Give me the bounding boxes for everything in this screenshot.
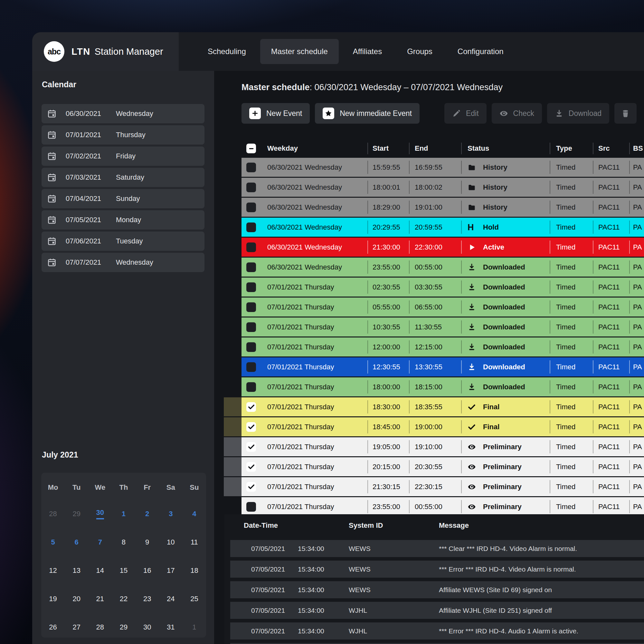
month-day-1-muted[interactable]: 1 — [183, 613, 206, 638]
table-row-history[interactable]: 06/30/2021 Wednesday15:59:5516:59:55Hist… — [224, 158, 644, 177]
table-row-hold[interactable]: 06/30/2021 Wednesday20:29:5520:59:55HHol… — [224, 218, 644, 237]
col-header-type[interactable]: Type — [550, 140, 593, 157]
month-day-9[interactable]: 9 — [136, 528, 159, 556]
row-checkbox[interactable] — [246, 163, 256, 172]
table-row-downloaded[interactable]: 07/01/2021 Thursday02:30:5503:30:55Downl… — [224, 278, 644, 297]
month-day-23[interactable]: 23 — [136, 585, 159, 613]
table-row-preliminary[interactable]: 07/01/2021 Thursday21:30:1522:30:15Preli… — [224, 477, 644, 496]
month-day-21[interactable]: 21 — [88, 585, 112, 613]
table-row-preliminary[interactable]: 07/01/2021 Thursday20:15:0020:30:55Preli… — [224, 457, 644, 476]
row-checkbox[interactable] — [246, 402, 256, 412]
table-row-downloaded[interactable]: 07/01/2021 Thursday05:55:0006:55:00Downl… — [224, 298, 644, 317]
row-checkbox[interactable] — [246, 462, 256, 472]
calendar-date-item[interactable]: 06/30/2021Wednesday — [42, 104, 204, 123]
table-row-downloaded[interactable]: 06/30/2021 Wednesday23:55:0000:55:00Down… — [224, 258, 644, 277]
month-day-18[interactable]: 18 — [183, 556, 206, 585]
calendar-date-item[interactable]: 07/07/2021Wednesday — [42, 253, 204, 272]
nav-tab-master-schedule[interactable]: Master schedule — [260, 39, 339, 64]
table-row-downloaded[interactable]: 07/01/2021 Thursday12:00:0012:15:00Downl… — [224, 337, 644, 356]
download-button[interactable]: Download — [547, 103, 609, 124]
nav-tab-configuration[interactable]: Configuration — [447, 39, 515, 64]
row-checkbox[interactable] — [246, 242, 256, 252]
row-checkbox[interactable] — [246, 322, 256, 332]
month-day-31[interactable]: 31 — [159, 613, 183, 638]
col-header-bs[interactable]: BS — [629, 140, 644, 157]
month-day-1-range[interactable]: 1 — [112, 500, 135, 528]
row-checkbox[interactable] — [246, 482, 256, 492]
table-row-preliminary[interactable]: 07/01/2021 Thursday19:05:0019:10:00Preli… — [224, 437, 644, 456]
row-checkbox[interactable] — [246, 262, 256, 272]
month-day-27[interactable]: 27 — [65, 613, 88, 638]
row-checkbox[interactable] — [246, 422, 256, 432]
month-day-19[interactable]: 19 — [41, 585, 65, 613]
month-day-16[interactable]: 16 — [136, 556, 159, 585]
table-row-preliminary[interactable]: 07/01/2021 Thursday23:55:0000:55:00Preli… — [224, 497, 644, 516]
new-event-button[interactable]: New Event — [241, 103, 310, 124]
month-day-3-range[interactable]: 3 — [159, 500, 183, 528]
month-day-2-range[interactable]: 2 — [136, 500, 159, 528]
row-checkbox[interactable] — [246, 302, 256, 312]
calendar-date-item[interactable]: 07/03/2021Saturday — [42, 168, 204, 187]
nav-tab-affiliates[interactable]: Affiliates — [342, 39, 393, 64]
month-day-30-selected[interactable]: 30 — [88, 500, 112, 528]
month-day-28[interactable]: 28 — [88, 613, 112, 638]
row-checkbox[interactable] — [246, 282, 256, 292]
new-immediate-event-button[interactable]: New immediate Event — [315, 103, 420, 124]
month-day-26[interactable]: 26 — [41, 613, 65, 638]
month-day-11[interactable]: 11 — [183, 528, 206, 556]
month-day-25[interactable]: 25 — [183, 585, 206, 613]
calendar-date-item[interactable]: 07/02/2021Friday — [42, 147, 204, 166]
row-checkbox[interactable] — [246, 183, 256, 192]
row-checkbox[interactable] — [246, 362, 256, 372]
month-day-13[interactable]: 13 — [65, 556, 88, 585]
month-day-29[interactable]: 29 — [112, 613, 135, 638]
month-day-4-range[interactable]: 4 — [183, 500, 206, 528]
row-checkbox[interactable] — [246, 382, 256, 392]
month-day-20[interactable]: 20 — [65, 585, 88, 613]
col-header-start[interactable]: Start — [367, 140, 409, 157]
log-row[interactable]: 07/05/202115:34:00WEWS*** Clear *** IRD … — [230, 540, 644, 557]
row-checkbox[interactable] — [246, 342, 256, 352]
col-header-end[interactable]: End — [409, 140, 461, 157]
edit-button[interactable]: Edit — [444, 103, 487, 124]
calendar-date-item[interactable]: 07/06/2021Tuesday — [42, 232, 204, 251]
month-day-30[interactable]: 30 — [136, 613, 159, 638]
table-row-history[interactable]: 06/30/2021 Wednesday18:29:0019:01:00Hist… — [224, 198, 644, 217]
row-checkbox[interactable] — [246, 502, 256, 512]
month-day-6-range[interactable]: 6 — [65, 528, 88, 556]
log-row[interactable]: 07/05/202115:34:00WJHLAffiliate WJHL (Si… — [230, 602, 644, 619]
col-header-src[interactable]: Src — [593, 140, 629, 157]
log-row[interactable]: 07/05/202115:34:00WJHL*** Error *** IRD … — [230, 622, 644, 639]
table-row-downloaded[interactable]: 07/01/2021 Thursday18:00:0018:15:00Downl… — [224, 377, 644, 396]
table-row-downloaded[interactable]: 07/01/2021 Thursday12:30:5513:30:55Downl… — [224, 357, 644, 376]
calendar-date-item[interactable]: 07/01/2021Thursday — [42, 125, 204, 145]
delete-button[interactable] — [614, 103, 637, 124]
calendar-date-item[interactable]: 07/04/2021Sunday — [42, 189, 204, 208]
row-checkbox[interactable] — [246, 442, 256, 452]
table-row-final[interactable]: 07/01/2021 Thursday18:30:0018:35:55Final… — [224, 397, 644, 416]
nav-tab-scheduling[interactable]: Scheduling — [197, 39, 257, 64]
nav-tab-groups[interactable]: Groups — [396, 39, 443, 64]
table-row-final[interactable]: 07/01/2021 Thursday18:45:0019:00:00Final… — [224, 417, 644, 436]
log-row[interactable]: 07/05/202115:34:00WEWSAffiliate WEWS (Si… — [230, 581, 644, 598]
row-checkbox[interactable] — [246, 203, 256, 212]
month-day-15[interactable]: 15 — [112, 556, 135, 585]
row-checkbox[interactable] — [246, 223, 256, 232]
table-row-downloaded[interactable]: 07/01/2021 Thursday10:30:5511:30:55Downl… — [224, 317, 644, 336]
col-header-weekday[interactable]: Weekday — [261, 140, 367, 157]
month-day-14[interactable]: 14 — [88, 556, 112, 585]
month-day-10[interactable]: 10 — [159, 528, 183, 556]
month-day-24[interactable]: 24 — [159, 585, 183, 613]
table-row-history[interactable]: 06/30/2021 Wednesday18:00:0118:00:02Hist… — [224, 178, 644, 197]
log-row[interactable]: 07/05/202115:34:00WEWS*** Error *** IRD … — [230, 561, 644, 578]
month-day-28-muted[interactable]: 28 — [41, 500, 65, 528]
month-day-5-range[interactable]: 5 — [41, 528, 65, 556]
table-row-active[interactable]: 06/30/2021 Wednesday21:30:0022:30:00Acti… — [224, 238, 644, 257]
select-all-checkbox[interactable] — [246, 144, 256, 153]
month-day-12[interactable]: 12 — [41, 556, 65, 585]
check-button[interactable]: Check — [492, 103, 542, 124]
col-header-status[interactable]: Status — [461, 140, 550, 157]
month-day-17[interactable]: 17 — [159, 556, 183, 585]
month-day-8[interactable]: 8 — [112, 528, 135, 556]
month-day-29-muted[interactable]: 29 — [65, 500, 88, 528]
